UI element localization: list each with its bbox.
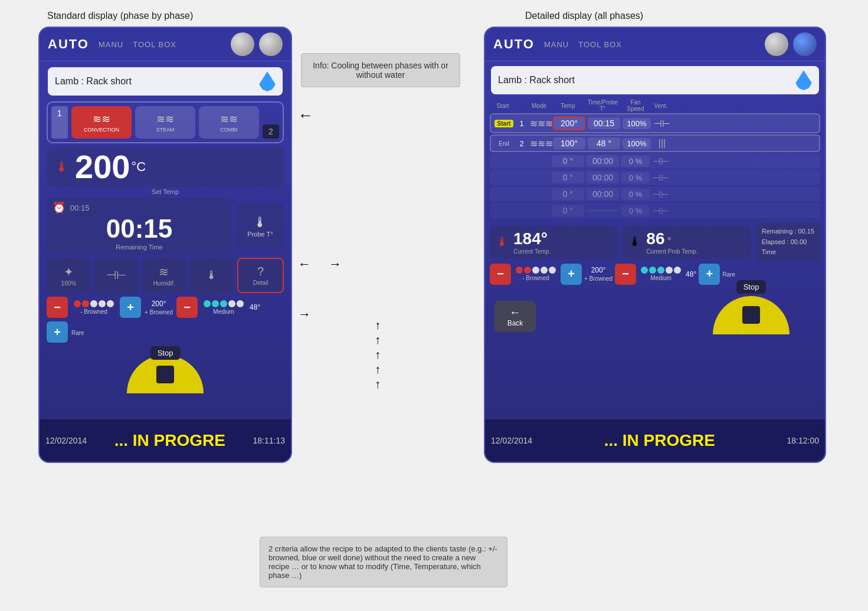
right-browned-value: 200° + Browned	[584, 266, 612, 282]
left-recipe-name: Lamb : Rack short	[55, 76, 132, 87]
right-tab-toolbox[interactable]: TOOL BOX	[578, 40, 622, 49]
right-water-drop-icon	[795, 70, 812, 90]
header-circle-1	[231, 32, 254, 56]
right-browned-minus-btn[interactable]: −	[490, 264, 511, 285]
phase-1-fan: 100%	[623, 118, 651, 129]
medium-value-label: 48°	[250, 303, 260, 311]
right-tab-auto[interactable]: AUTO	[493, 37, 535, 52]
convection-waves-icon: ≋≋	[93, 113, 110, 126]
phase-1-temp: 200°	[553, 116, 585, 130]
right-tab-manu[interactable]: MANU	[544, 40, 569, 49]
steam-waves-icon: ≋≋	[156, 113, 174, 126]
question-mark-icon: ?	[257, 265, 264, 278]
phase-row-3[interactable]: 0 ° 00:00 0 % ⊣⊢	[490, 153, 820, 169]
browned-minus-btn[interactable]: −	[47, 297, 68, 318]
left-temp-display: 🌡 200 °C	[47, 147, 284, 187]
combi-icon: ≋≋	[220, 113, 238, 126]
mode-steam-btn[interactable]: ≋≋ STEAM	[135, 106, 195, 139]
phase-2-temp: 100°	[553, 137, 585, 149]
current-temp-label: Current Temp.	[513, 248, 551, 255]
right-panel-title: Detailed display (all phases)	[525, 11, 643, 21]
right-back-btn[interactable]: ← Back	[494, 301, 536, 332]
left-temp-unit: °C	[131, 159, 146, 175]
left-recipe-bar: Lamb : Rack short	[48, 67, 283, 96]
current-probe-label: Current Prob Temp.	[646, 248, 697, 255]
right-rare-label: Rare	[722, 270, 735, 278]
right-date: 12/02/2014	[491, 436, 532, 445]
left-tab-manu[interactable]: MANU	[99, 40, 123, 49]
up-arrows: ↑ ↑ ↑ ↑ ↑	[375, 318, 381, 391]
left-tab-toolbox[interactable]: TOOL BOX	[133, 40, 176, 49]
phase-row-1[interactable]: Start 1 ≋≋≋ 200° 00:15 100% ⊣⊢	[490, 113, 820, 133]
current-probe-box: 🌡 86 ° Current Prob Temp.	[623, 226, 751, 258]
detail-header-row: Start Mode Temp Time/Probe T° Fan Speed …	[490, 99, 820, 112]
fan-speed-btn[interactable]: ✦ 100%	[47, 258, 91, 293]
left-phase-1-label[interactable]: 1	[51, 106, 68, 139]
right-in-progress: ... IN PROGRE	[604, 431, 715, 450]
right-status-bar: 12/02/2014 ... IN PROGRE 18:12:00	[485, 419, 825, 462]
detail-btn[interactable]: ? Detail	[237, 258, 284, 293]
phase-1-time: 00:15	[588, 117, 620, 129]
damper-btn[interactable]: ⊣⊢	[94, 258, 139, 293]
phase-2-end-badge: End	[494, 140, 513, 147]
phase-row-6[interactable]: 0 ° 0 % ⊣⊢	[490, 203, 820, 218]
phase-row-5[interactable]: 0 ° 00:00 0 % ⊣⊢	[490, 186, 820, 202]
phase-1-vent: ⊣⊢	[653, 118, 671, 129]
current-thermo-icon: 🌡	[496, 234, 509, 249]
left-phase-2-label[interactable]: 2	[263, 124, 279, 139]
phase-row-2[interactable]: End 2 ≋≋≋ 100° 48 ° 100% |||	[490, 134, 820, 152]
rare-plus-btn[interactable]: +	[47, 321, 68, 343]
medium-dots-group: Medium	[201, 300, 246, 315]
arrows-middle-3: →	[298, 307, 311, 322]
probe-thermo-icon: 🌡	[628, 234, 641, 249]
left-date: 12/02/2014	[45, 436, 87, 445]
info-box: Info: Cooling between phases with or wit…	[301, 53, 460, 87]
clock-icon: ⏰	[53, 201, 65, 214]
left-panel-title: Standard display (phase by phase)	[47, 11, 193, 21]
phase-1-start-badge: Start	[494, 120, 513, 127]
arrows-middle: ←	[298, 106, 313, 124]
left-tab-auto[interactable]: AUTO	[48, 37, 89, 52]
left-stop-button[interactable]: Stop	[150, 346, 181, 362]
humidif-btn[interactable]: ≋ Humidif.	[142, 258, 186, 293]
phase-2-vent: |||	[653, 138, 671, 149]
probe-icon: 🌡	[253, 214, 267, 231]
left-time-large: 00:15	[53, 214, 226, 244]
current-probe-value: 86	[646, 229, 664, 248]
rare-label: Rare	[71, 329, 84, 336]
remaining-info-box: Remaining : 00.15 Elapsed : 00.00 Time	[756, 223, 820, 261]
right-time: 18:12:00	[787, 436, 819, 445]
current-probe-unit: °	[667, 236, 671, 246]
right-medium-minus-btn[interactable]: −	[615, 264, 636, 285]
probe-temp-btn[interactable]: 🌡 Probe T°	[237, 202, 284, 249]
right-recipe-name: Lamb : Rack short	[498, 75, 575, 86]
left-status-bar: 12/02/2014 ... IN PROGRE 18:11:13	[40, 419, 291, 462]
left-in-progress: ... IN PROGRE	[114, 431, 225, 450]
temp-probe-btn[interactable]: 🌡	[189, 258, 234, 293]
browned-value-label: 200° + Browned	[145, 300, 173, 316]
right-stop-area: Stop	[713, 280, 790, 334]
current-temp-box: 🌡 184° Current Temp.	[490, 226, 618, 258]
back-arrow-icon: ←	[509, 306, 521, 319]
right-header-circle-1	[765, 32, 788, 56]
phase-row-4[interactable]: 0 ° 00:00 0 % ⊣⊢	[490, 170, 820, 185]
right-stop-button[interactable]: Stop	[736, 280, 767, 294]
mode-convection-btn[interactable]: ≋≋ CONVECTION	[71, 106, 132, 139]
thermometer-icon: 🌡	[55, 159, 69, 175]
right-panel-header: AUTO MANU TOOL BOX	[485, 28, 825, 61]
right-recipe-bar: Lamb : Rack short	[491, 66, 819, 94]
phase-2-fan: 100%	[623, 138, 651, 149]
mode-combi-btn[interactable]: ≋≋ COMBI	[199, 106, 259, 139]
phase-1-mode: ≋≋≋	[530, 118, 551, 129]
right-header-circle-2	[793, 32, 817, 56]
browned-plus-btn[interactable]: +	[120, 297, 141, 318]
right-browned-plus-btn[interactable]: +	[561, 264, 582, 285]
right-browned-dots-group: - Browned	[513, 267, 558, 281]
phase-2-mode: ≋≋≋	[530, 138, 551, 149]
arrows-middle-2: ←→	[298, 257, 342, 272]
set-temp-label: Set Temp	[40, 188, 291, 195]
left-panel-header: AUTO MANU TOOL BOX	[40, 28, 291, 61]
humidif-icon: ≋	[159, 265, 169, 279]
water-drop-icon	[259, 71, 276, 91]
medium-minus-btn[interactable]: −	[176, 297, 198, 318]
